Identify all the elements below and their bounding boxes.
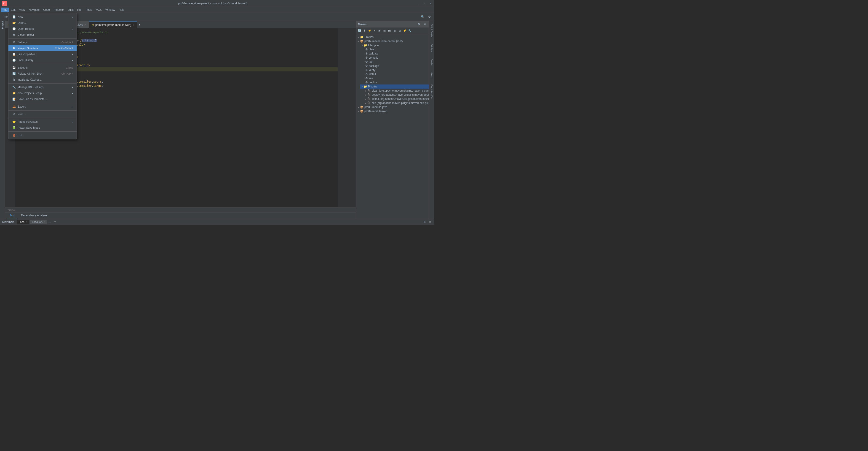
term-close-local[interactable]: × <box>26 221 27 223</box>
maven-tree-root[interactable]: ▾ 📦 pro02-maven-idea-parent (root) <box>356 39 429 43</box>
maven-m-button[interactable]: m <box>382 28 387 33</box>
maven-tree-clean[interactable]: ⚙ clean <box>364 47 429 52</box>
project-panel-tab[interactable]: Project <box>0 23 5 27</box>
menu-item-power-save-mode[interactable]: 🔋 Power Save Mode <box>8 125 76 131</box>
maven-refresh-button[interactable]: 🔄 <box>357 28 362 33</box>
tab-text[interactable]: Text <box>7 213 18 218</box>
term-dropdown-button[interactable]: ▾ <box>53 220 57 224</box>
maven-close-button[interactable]: × <box>423 22 427 27</box>
menu-item-project-structure-shortcut: Ctrl+Alt+Shift+S <box>55 47 73 50</box>
term-close-local-2[interactable]: × <box>43 221 45 223</box>
menu-refactor[interactable]: Refactor <box>52 7 66 12</box>
maven-tree-lifecycle[interactable]: ▾ 📁 Lifecycle <box>360 43 429 47</box>
database-tab[interactable]: Database <box>431 43 433 54</box>
maven-tree-validate[interactable]: ⚙ validate <box>364 52 429 56</box>
maven-toggle-button[interactable]: ⊞ <box>392 28 397 33</box>
menu-item-add-to-favorites[interactable]: ⭐ Add to Favorites ▸ <box>8 119 76 125</box>
maven-tree-package[interactable]: ⚙ package <box>364 64 429 68</box>
tab-pom-xml[interactable]: m pom.xml (pro04-module-web) × <box>89 21 137 28</box>
tab-close-pom-xml[interactable]: × <box>132 24 134 26</box>
menu-item-open-recent[interactable]: 🕐 Open Recent ▸ <box>8 26 76 32</box>
tab-close-testhello-java[interactable]: × <box>85 23 86 26</box>
term-add-button[interactable]: + <box>48 220 52 225</box>
term-tab-local-2[interactable]: Local (2) × <box>30 220 47 224</box>
new-projects-icon: 📁 <box>12 91 16 95</box>
maven-run-lifecycle-button[interactable]: ▶ <box>377 28 382 33</box>
maven-tree-deploy[interactable]: ⚙ deploy <box>364 80 429 84</box>
term-tab-local[interactable]: Local × <box>17 220 29 224</box>
menu-file[interactable]: File <box>1 7 9 12</box>
maven-settings-button[interactable]: ⚙ <box>416 22 421 27</box>
maven-filter-button[interactable]: ⚡ <box>402 28 407 33</box>
terminal-settings-button[interactable]: ⚙ <box>422 220 427 224</box>
menu-window[interactable]: Window <box>103 7 117 12</box>
menu-item-reload-all[interactable]: 🔄 Reload All from Disk Ctrl+Alt+Y <box>8 71 76 77</box>
maven-tree-collapse-button[interactable]: ⊟ <box>397 28 402 33</box>
menu-item-export[interactable]: 📤 Export ▸ <box>8 104 76 110</box>
separator-3 <box>8 83 76 84</box>
maven-tree-test[interactable]: ⚙ test <box>364 60 429 64</box>
maven-tree-pro03[interactable]: ▸ 📦 pro03-module-java <box>356 105 429 109</box>
left-sidebar-icons: Project <box>0 21 5 219</box>
menu-item-save-file-as-template[interactable]: 📝 Save File as Template... <box>8 96 76 102</box>
maven-tree[interactable]: ▸ 📁 Profiles ▾ 📦 pro02-maven-idea-parent… <box>356 34 429 219</box>
menu-navigate[interactable]: Navigate <box>27 7 41 12</box>
menu-tools[interactable]: Tools <box>84 7 94 12</box>
menu-view[interactable]: View <box>18 7 27 12</box>
maven-tree-plugin-deploy[interactable]: ▸ 🔌 deploy (org.apache.maven.plugins:mav… <box>364 93 429 97</box>
menu-edit[interactable]: Edit <box>9 7 18 12</box>
maven-tree-plugin-clean[interactable]: ▸ 🔌 clean (org.apache.maven.plugins:mave… <box>364 89 429 93</box>
menu-build[interactable]: Build <box>66 7 75 12</box>
tab-dependency-analyzer[interactable]: Dependency Analyzer <box>18 213 51 218</box>
compile-label: compile <box>369 56 378 59</box>
maven-reimport-button[interactable]: ⬇ <box>362 28 367 33</box>
menu-item-close-project[interactable]: ✖ Close Project <box>8 32 76 38</box>
tab-more-button[interactable]: ▾ <box>137 22 142 27</box>
menu-item-file-properties[interactable]: 📋 File Properties ▸ <box>8 51 76 57</box>
menu-item-save-all[interactable]: 💾 Save All Ctrl+S <box>8 65 76 71</box>
open-recent-arrow: ▸ <box>72 28 73 30</box>
maven-tree-compile[interactable]: ⚙ compile <box>364 56 429 60</box>
invalidate-icon: 🗑 <box>12 78 16 82</box>
maven-tree-profiles[interactable]: ▸ 📁 Profiles <box>356 35 429 39</box>
settings-button[interactable]: ⚙ <box>427 15 432 19</box>
maven-add-button[interactable]: + <box>372 28 377 33</box>
maven-generate-button[interactable]: ⚡ <box>367 28 372 33</box>
menu-item-manage-ide-settings[interactable]: 🔧 Manage IDE Settings ▸ <box>8 84 76 90</box>
maven-tree-plugin-site[interactable]: ▸ 🔌 site (org.apache.maven.plugins:maven… <box>364 101 429 105</box>
menu-item-settings[interactable]: ⚙ Settings... Ctrl+Alt+S <box>8 39 76 45</box>
menu-help[interactable]: Help <box>117 7 126 12</box>
install-gear-icon: ⚙ <box>365 73 368 76</box>
menu-item-local-history[interactable]: 🕒 Local History ▸ <box>8 57 76 63</box>
pro04-label: pro04-module-web <box>364 110 387 113</box>
maven-expand-button[interactable]: 🔧 <box>407 28 412 33</box>
menu-item-print[interactable]: 🖨 Print... <box>8 111 76 117</box>
menu-item-new-projects-setup[interactable]: 📁 New Projects Setup ▸ <box>8 90 76 96</box>
menu-item-invalidate-caches[interactable]: 🗑 Invalidate Caches... <box>8 77 76 83</box>
maven-skip-button[interactable]: ⏭ <box>387 28 392 33</box>
goodle-tab[interactable]: Goodle <box>431 58 433 66</box>
github-copilot-tab[interactable]: GitHub Copilot <box>431 23 433 38</box>
maximize-button[interactable]: □ <box>423 2 427 5</box>
menu-item-new[interactable]: 📄 New ▸ <box>8 14 76 20</box>
find-using-jqa-tab[interactable]: Find using JQA <box>431 84 433 100</box>
close-button[interactable]: ✕ <box>429 2 432 5</box>
menu-vcs[interactable]: VCS <box>94 7 103 12</box>
menu-item-exit[interactable]: 🚪 Exit <box>8 132 76 138</box>
maven-tree-plugin-install[interactable]: ▸ 🔌 install (org.apache.maven.plugins:ma… <box>364 97 429 101</box>
terminal-close-button[interactable]: × <box>428 220 432 224</box>
maven-tree-plugins[interactable]: ▾ 📁 Plugins <box>360 84 429 89</box>
search-everywhere-button[interactable]: 🔍 <box>420 15 426 19</box>
maven-tree-site[interactable]: ⚙ site <box>364 76 429 80</box>
minimize-button[interactable]: — <box>417 2 421 5</box>
menu-item-open[interactable]: 📂 Open... <box>8 20 76 26</box>
maven-tree-install[interactable]: ⚙ install <box>364 72 429 76</box>
menu-code[interactable]: Code <box>41 7 52 12</box>
menu-run[interactable]: Run <box>75 7 84 12</box>
maven-tree-verify[interactable]: ⚙ verify <box>364 68 429 72</box>
plugin-deploy-label: deploy (org.apache.maven.plugins:maven-d… <box>372 93 429 96</box>
menu-item-project-structure[interactable]: 🏗 Project Structure... Ctrl+Alt+Shift+S <box>8 45 76 51</box>
maven-side-tab[interactable]: Maven <box>431 71 433 79</box>
maven-tree-pro04[interactable]: ▸ 📦 pro04-module-web <box>356 109 429 113</box>
maven-panel-title: Maven <box>358 23 367 26</box>
